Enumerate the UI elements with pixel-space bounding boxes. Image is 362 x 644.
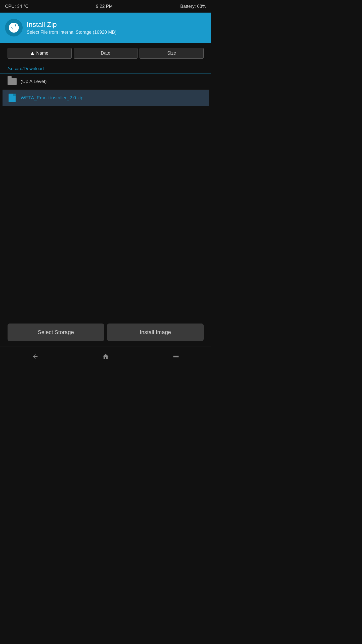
sort-size-label: Size (167, 51, 176, 56)
path-bar: /sdcard/Download (0, 64, 211, 73)
folder-icon (8, 77, 17, 86)
main-content: Name Date Size /sdcard/Download (Up A Le… (0, 43, 211, 366)
folder-name: (Up A Level) (21, 79, 47, 84)
sort-size-button[interactable]: Size (140, 48, 204, 59)
app-header: Install Zip Select File from Internal St… (0, 13, 211, 43)
time-status: 9:22 PM (96, 4, 113, 9)
file-list: (Up A Level) WETA_Emoji-installer_2.0.zi… (0, 73, 211, 106)
app-icon (5, 19, 23, 36)
sort-name-button[interactable]: Name (8, 48, 72, 59)
menu-nav-button[interactable] (168, 349, 184, 364)
install-image-button[interactable]: Install Image (107, 324, 204, 341)
sort-name-label: Name (36, 51, 48, 56)
home-nav-button[interactable] (98, 349, 113, 364)
current-path: /sdcard/Download (8, 66, 44, 71)
list-item[interactable]: (Up A Level) (3, 73, 209, 90)
cpu-status: CPU: 34 °C (5, 4, 28, 9)
select-storage-button[interactable]: Select Storage (8, 324, 104, 341)
file-name: WETA_Emoji-installer_2.0.zip (21, 95, 83, 101)
sort-date-button[interactable]: Date (74, 48, 138, 59)
app-title: Install Zip (27, 20, 116, 29)
app-subtitle: Select File from Internal Storage (16920… (27, 30, 116, 35)
sort-bar: Name Date Size (0, 43, 211, 64)
status-bar: CPU: 34 °C 9:22 PM Battery: 68% (0, 0, 211, 13)
sort-date-label: Date (101, 51, 110, 56)
list-item[interactable]: WETA_Emoji-installer_2.0.zip (3, 90, 209, 106)
sort-triangle-icon (31, 52, 34, 55)
svg-rect-3 (13, 29, 15, 30)
back-nav-button[interactable] (28, 349, 43, 364)
file-icon (8, 93, 17, 102)
svg-rect-2 (12, 27, 16, 28)
battery-status: Battery: 68% (180, 4, 206, 9)
header-text: Install Zip Select File from Internal St… (27, 20, 116, 35)
nav-bar (0, 346, 211, 366)
bottom-buttons: Select Storage Install Image (0, 318, 211, 346)
